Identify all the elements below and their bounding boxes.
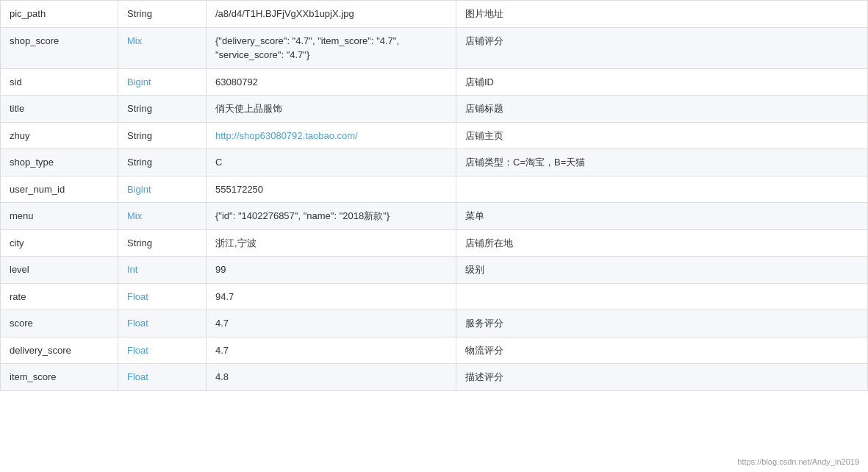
cell-desc: 图片地址: [456, 1, 868, 28]
cell-value: 4.8: [207, 364, 456, 391]
cell-desc: 店铺主页: [456, 122, 868, 149]
cell-desc: 菜单: [456, 203, 868, 230]
cell-name: shop_score: [1, 27, 118, 68]
cell-name: shop_type: [1, 149, 118, 176]
table-row: zhuyStringhttp://shop63080792.taobao.com…: [1, 122, 868, 149]
table-row: user_num_idBigint555172250: [1, 176, 868, 203]
cell-name: pic_path: [1, 1, 118, 28]
table-row: cityString浙江,宁波店铺所在地: [1, 229, 868, 257]
table-row: menuMix{"id": "1402276857", "name": "201…: [1, 203, 868, 230]
cell-value: 94.7: [207, 283, 456, 310]
cell-name: item_score: [1, 364, 118, 391]
cell-name: level: [1, 257, 118, 284]
table-row: titleString俏天使上品服饰店铺标题: [1, 96, 868, 123]
cell-desc: 店铺所在地: [456, 229, 868, 257]
cell-value: 99: [207, 257, 456, 284]
cell-type: Bigint: [118, 68, 207, 96]
cell-value: 555172250: [207, 176, 456, 203]
cell-name: delivery_score: [1, 337, 118, 364]
cell-desc: 物流评分: [456, 337, 868, 364]
cell-desc: 店铺标题: [456, 96, 868, 123]
cell-value: C: [207, 149, 456, 176]
cell-desc: [456, 283, 868, 310]
table-row: scoreFloat4.7服务评分: [1, 310, 868, 337]
cell-desc: 描述评分: [456, 364, 868, 391]
table-row: shop_typeStringC店铺类型：C=淘宝，B=天猫: [1, 149, 868, 176]
cell-value: /a8/d4/T1H.BJFjVgXXb1upjX.jpg: [207, 1, 456, 28]
cell-type: String: [118, 229, 207, 257]
cell-type: Bigint: [118, 176, 207, 203]
cell-desc: 店铺类型：C=淘宝，B=天猫: [456, 149, 868, 176]
cell-name: zhuy: [1, 122, 118, 149]
cell-name: sid: [1, 68, 118, 96]
cell-name: city: [1, 229, 118, 257]
cell-name: menu: [1, 203, 118, 230]
cell-type: Float: [118, 364, 207, 391]
table-row: delivery_scoreFloat4.7物流评分: [1, 337, 868, 364]
cell-type: Float: [118, 310, 207, 337]
table-row: rateFloat94.7: [1, 283, 868, 310]
cell-value: 浙江,宁波: [207, 229, 456, 257]
cell-value: {"delivery_score": "4.7", "item_score": …: [207, 27, 456, 68]
table-row: pic_pathString/a8/d4/T1H.BJFjVgXXb1upjX.…: [1, 1, 868, 28]
table-row: shop_scoreMix{"delivery_score": "4.7", "…: [1, 27, 868, 68]
cell-type: String: [118, 149, 207, 176]
cell-type: Mix: [118, 203, 207, 230]
cell-value: 4.7: [207, 337, 456, 364]
cell-type: Mix: [118, 27, 207, 68]
cell-name: user_num_id: [1, 176, 118, 203]
cell-type: String: [118, 96, 207, 123]
cell-type: Int: [118, 257, 207, 284]
table-row: levelInt99级别: [1, 257, 868, 284]
cell-name: rate: [1, 283, 118, 310]
table-row: sidBigint63080792店铺ID: [1, 68, 868, 96]
cell-value: 4.7: [207, 310, 456, 337]
data-table: pic_pathString/a8/d4/T1H.BJFjVgXXb1upjX.…: [0, 0, 868, 391]
cell-desc: 服务评分: [456, 310, 868, 337]
cell-value: 俏天使上品服饰: [207, 96, 456, 123]
cell-name: score: [1, 310, 118, 337]
cell-desc: 店铺评分: [456, 27, 868, 68]
cell-value: {"id": "1402276857", "name": "2018新款"}: [207, 203, 456, 230]
cell-value: 63080792: [207, 68, 456, 96]
cell-desc: 店铺ID: [456, 68, 868, 96]
cell-desc: 级别: [456, 257, 868, 284]
cell-value: http://shop63080792.taobao.com/: [207, 122, 456, 149]
cell-type: String: [118, 1, 207, 28]
cell-name: title: [1, 96, 118, 123]
cell-type: String: [118, 122, 207, 149]
cell-desc: [456, 176, 868, 203]
table-row: item_scoreFloat4.8描述评分: [1, 364, 868, 391]
cell-type: Float: [118, 337, 207, 364]
cell-type: Float: [118, 283, 207, 310]
